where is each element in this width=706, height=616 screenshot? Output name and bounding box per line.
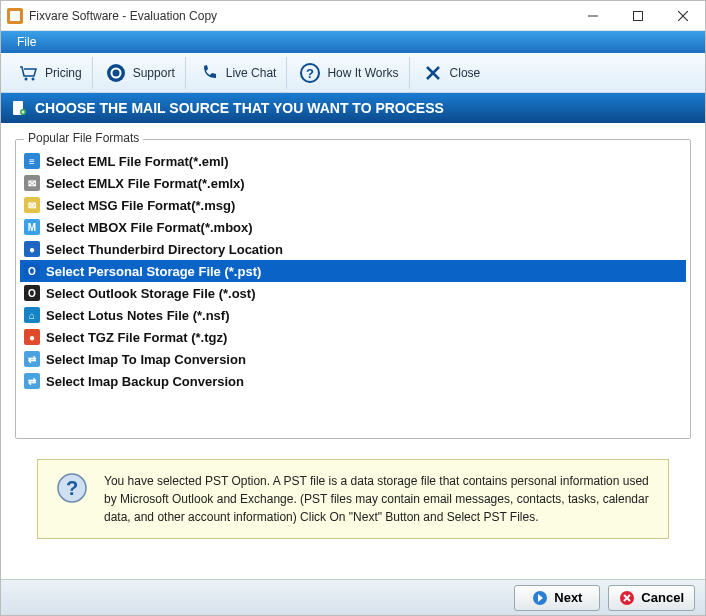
toolbar-howitworks-button[interactable]: ? How It Works [289,57,409,89]
format-label: Select Thunderbird Directory Location [46,242,283,257]
format-icon: ● [24,241,40,257]
cancel-icon [619,590,635,606]
format-item[interactable]: ●Select TGZ File Format (*.tgz) [20,326,686,348]
svg-text:?: ? [66,477,78,499]
toolbar-close-label: Close [450,66,481,80]
format-item[interactable]: OSelect Personal Storage File (*.pst) [20,260,686,282]
groupbox-legend: Popular File Formats [24,131,143,145]
info-question-icon: ? [56,472,88,504]
format-label: Select Personal Storage File (*.pst) [46,264,261,279]
format-label: Select Outlook Storage File (*.ost) [46,286,255,301]
window-controls [570,1,705,30]
svg-rect-3 [633,11,642,20]
svg-point-10 [112,69,119,76]
cart-icon [17,62,39,84]
toolbar-support-label: Support [133,66,175,80]
format-label: Select MSG File Format(*.msg) [46,198,235,213]
format-label: Select MBOX File Format(*.mbox) [46,220,253,235]
arrow-right-icon [532,590,548,606]
info-text: You have selected PST Option. A PST file… [104,472,650,526]
menu-file[interactable]: File [9,33,44,51]
close-window-button[interactable] [660,1,705,30]
headset-icon [105,62,127,84]
svg-text:?: ? [306,66,314,81]
svg-rect-1 [10,11,20,21]
question-icon: ? [299,62,321,84]
format-item[interactable]: OSelect Outlook Storage File (*.ost) [20,282,686,304]
toolbar-close-button[interactable]: Close [412,57,491,89]
next-label: Next [554,590,582,605]
minimize-button[interactable] [570,1,615,30]
banner-text: CHOOSE THE MAIL SOURCE THAT YOU WANT TO … [35,100,444,116]
format-item[interactable]: ≡Select EML File Format(*.eml) [20,150,686,172]
toolbar-livechat-button[interactable]: Live Chat [188,57,288,89]
next-button[interactable]: Next [514,585,600,611]
title-bar: Fixvare Software - Evaluation Copy [1,1,705,31]
format-icon: ● [24,329,40,345]
app-icon [7,8,23,24]
format-item[interactable]: MSelect MBOX File Format(*.mbox) [20,216,686,238]
toolbar-howitworks-label: How It Works [327,66,398,80]
format-item[interactable]: ✉Select EMLX File Format(*.emlx) [20,172,686,194]
formats-groupbox: Popular File Formats ≡Select EML File Fo… [15,139,691,439]
format-label: Select EML File Format(*.eml) [46,154,229,169]
format-item[interactable]: ⌂Select Lotus Notes File (*.nsf) [20,304,686,326]
toolbar-pricing-button[interactable]: Pricing [7,57,93,89]
toolbar-support-button[interactable]: Support [95,57,186,89]
format-icon: O [24,285,40,301]
document-plus-icon [11,100,27,116]
format-label: Select TGZ File Format (*.tgz) [46,330,227,345]
svg-point-6 [25,77,28,80]
close-icon [422,62,444,84]
format-icon: O [24,263,40,279]
maximize-button[interactable] [615,1,660,30]
format-item[interactable]: ●Select Thunderbird Directory Location [20,238,686,260]
format-item[interactable]: ✉Select MSG File Format(*.msg) [20,194,686,216]
content-area: Popular File Formats ≡Select EML File Fo… [1,123,705,447]
toolbar: Pricing Support Live Chat ? How It Works… [1,53,705,93]
format-item[interactable]: ⇄Select Imap To Imap Conversion [20,348,686,370]
toolbar-livechat-label: Live Chat [226,66,277,80]
format-icon: ✉ [24,175,40,191]
format-icon: ⌂ [24,307,40,323]
format-icon: ⇄ [24,351,40,367]
format-label: Select EMLX File Format(*.emlx) [46,176,245,191]
format-label: Select Imap To Imap Conversion [46,352,246,367]
footer-bar: Next Cancel [1,579,705,615]
toolbar-pricing-label: Pricing [45,66,82,80]
format-label: Select Lotus Notes File (*.nsf) [46,308,229,323]
window-title: Fixvare Software - Evaluation Copy [29,9,570,23]
phone-icon [198,62,220,84]
menu-bar: File [1,31,705,53]
format-label: Select Imap Backup Conversion [46,374,244,389]
cancel-label: Cancel [641,590,684,605]
formats-list: ≡Select EML File Format(*.eml)✉Select EM… [20,150,686,392]
svg-point-7 [32,77,35,80]
info-panel: ? You have selected PST Option. A PST fi… [37,459,669,539]
format-icon: ≡ [24,153,40,169]
page-banner: CHOOSE THE MAIL SOURCE THAT YOU WANT TO … [1,93,705,123]
format-icon: M [24,219,40,235]
format-icon: ⇄ [24,373,40,389]
cancel-button[interactable]: Cancel [608,585,695,611]
format-item[interactable]: ⇄Select Imap Backup Conversion [20,370,686,392]
format-icon: ✉ [24,197,40,213]
